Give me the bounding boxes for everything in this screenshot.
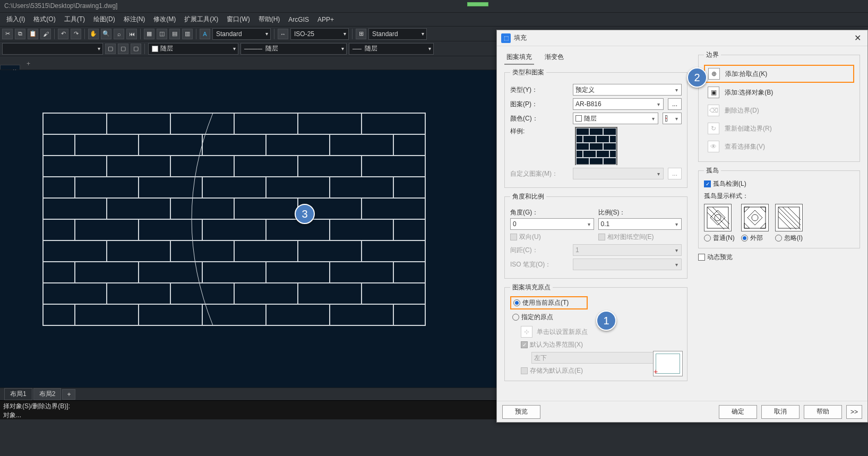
layout-tab-2[interactable]: 布局2 — [33, 388, 62, 400]
checkbox-double: 双向(U) — [510, 233, 594, 242]
sample-preview[interactable] — [575, 127, 617, 165]
text-icon[interactable]: A — [200, 29, 210, 39]
penwidth-combo — [573, 259, 682, 270]
expand-button[interactable]: >> — [846, 405, 862, 419]
menu-bar: 插入(I) 格式(O) 工具(T) 绘图(D) 标注(N) 修改(M) 扩展工具… — [0, 13, 868, 27]
undo-icon[interactable]: ↶ — [58, 29, 68, 39]
island-preview-normal[interactable] — [704, 204, 732, 231]
menu-draw[interactable]: 绘图(D) — [89, 13, 119, 26]
ok-button[interactable]: 确定 — [719, 405, 757, 419]
color-combo[interactable]: 随层 — [573, 113, 658, 124]
menu-format[interactable]: 格式(O) — [29, 13, 59, 26]
layout-add[interactable]: + — [62, 389, 75, 400]
separator — [196, 29, 196, 39]
redo-icon[interactable]: ↷ — [71, 29, 81, 39]
table-style-icon[interactable]: ⊞ — [356, 29, 366, 39]
group-island: 孤岛 孤岛检测(L) 孤岛显示样式： 普通(N) 外部 忽略(I) — [698, 166, 860, 248]
checkbox-dynamic-preview[interactable]: 动态预览 — [698, 253, 860, 262]
file-tab-add[interactable]: + — [21, 58, 36, 70]
table-icon[interactable]: ◫ — [157, 29, 167, 39]
zoom-window-icon[interactable]: ⌕ — [114, 29, 124, 39]
separator — [144, 44, 145, 54]
island-preview-outer[interactable] — [741, 204, 769, 231]
grid-icon[interactable]: ▦ — [144, 29, 154, 39]
paste-icon[interactable]: 📋 — [28, 29, 38, 39]
custom-browse-button: ... — [668, 168, 682, 179]
btn-recreate-boundary: ↻ 重新创建边界(R) — [704, 120, 854, 137]
layer-combo[interactable] — [2, 43, 103, 55]
menu-arcgis[interactable]: ArcGIS — [284, 14, 313, 25]
progress-indicator — [467, 2, 488, 6]
matchprop-icon[interactable]: 🖌 — [40, 29, 51, 39]
hatch-icon: ⬚ — [501, 33, 511, 43]
checkbox-island-detect[interactable]: 孤岛检测(L) — [704, 179, 854, 188]
btn-add-select-objects[interactable]: ▣ 添加:选择对象(B) — [704, 84, 854, 101]
hatch-dialog: ⬚ 填充 ✕ 图案填充 渐变色 类型和图案 类型(Y)： 预定义 图案(P)： … — [496, 30, 868, 423]
custom-combo — [573, 168, 664, 179]
label-sample: 样例: — [510, 127, 569, 136]
callout-1: 1 — [596, 311, 616, 331]
brick-hatch — [42, 113, 426, 326]
label-penwidth: ISO 笔宽(O)： — [510, 260, 569, 269]
separator — [274, 29, 274, 39]
cancel-button[interactable]: 取消 — [761, 405, 800, 419]
dim-style-combo[interactable]: ISO-25 — [290, 28, 349, 40]
tab-pattern-fill[interactable]: 图案填充 — [504, 50, 534, 65]
color2-combo[interactable] — [663, 113, 682, 124]
pattern-browse-button[interactable]: ... — [668, 98, 682, 110]
radio-island-ignore[interactable]: 忽略(I) — [775, 234, 803, 243]
preview-button[interactable]: 预览 — [502, 405, 540, 419]
callout-3: 3 — [295, 204, 315, 224]
menu-tools[interactable]: 工具(T) — [60, 13, 89, 26]
recreate-icon: ↻ — [708, 123, 719, 134]
scale-combo[interactable]: 0.1 — [598, 218, 682, 230]
menu-app[interactable]: APP+ — [313, 14, 338, 25]
dialog-title-text: 填充 — [514, 33, 527, 42]
svg-point-8 — [752, 214, 758, 221]
radio-island-outer[interactable]: 外部 — [741, 234, 769, 243]
menu-dimension[interactable]: 标注(N) — [119, 13, 150, 26]
layer-icon-1[interactable]: ▢ — [105, 44, 116, 54]
cut-icon[interactable]: ✂ — [2, 29, 13, 39]
origin-icon: ⊹ — [521, 326, 532, 338]
zoom-icon[interactable]: 🔍 — [101, 29, 111, 39]
layer-icon-3[interactable]: ▢ — [131, 44, 141, 54]
menu-modify[interactable]: 修改(M) — [149, 13, 180, 26]
pan-icon[interactable]: ✋ — [88, 29, 99, 39]
linetype-combo[interactable]: ────随层 — [240, 43, 347, 55]
color-combo[interactable]: 随层 — [148, 43, 238, 55]
pattern-combo[interactable]: AR-B816 — [573, 98, 664, 110]
menu-window[interactable]: 窗口(W) — [222, 13, 254, 26]
angle-combo[interactable]: 0 — [510, 218, 594, 230]
table-style-combo[interactable]: Standard — [368, 28, 427, 40]
tab-gradient[interactable]: 渐变色 — [543, 50, 566, 65]
btn-add-pick-points[interactable]: ⊕ 添加:拾取点(K) — [704, 65, 854, 83]
origin-preview: + — [653, 351, 683, 376]
spacing-input: 1 — [573, 244, 682, 256]
radio-current-origin[interactable]: 使用当前原点(T) — [510, 296, 588, 309]
select-obj-icon: ▣ — [708, 87, 719, 98]
menu-extensions[interactable]: 扩展工具(X) — [180, 13, 222, 26]
copy-icon[interactable]: ⧉ — [15, 29, 25, 39]
report-icon[interactable]: ▥ — [182, 29, 193, 39]
menu-help[interactable]: 帮助(H) — [254, 13, 285, 26]
dim-icon[interactable]: ↔ — [278, 29, 288, 39]
layer-icon-2[interactable]: ▢ — [118, 44, 128, 54]
separator — [84, 29, 85, 39]
title-bar: C:\Users\53515\Desktop\Drawing1.dwg] — [0, 0, 868, 13]
close-icon[interactable]: ✕ — [852, 33, 863, 43]
text-style-combo[interactable]: Standard — [212, 28, 271, 40]
help-button[interactable]: 帮助 — [804, 405, 842, 419]
layout-tab-1[interactable]: 布局1 — [4, 388, 32, 400]
lineweight-combo[interactable]: ──随层 — [349, 43, 434, 55]
svg-line-13 — [778, 217, 791, 229]
type-combo[interactable]: 预定义 — [573, 84, 682, 96]
zoom-prev-icon[interactable]: ⏮ — [126, 29, 137, 39]
file-tab-active[interactable]: × — [0, 65, 20, 70]
radio-island-normal[interactable]: 普通(N) — [704, 234, 735, 243]
menu-insert[interactable]: 插入(I) — [2, 13, 29, 26]
svg-line-5 — [712, 207, 729, 224]
island-preview-ignore[interactable] — [775, 204, 803, 231]
callout-2: 2 — [687, 67, 707, 88]
table2-icon[interactable]: ▤ — [169, 29, 180, 39]
